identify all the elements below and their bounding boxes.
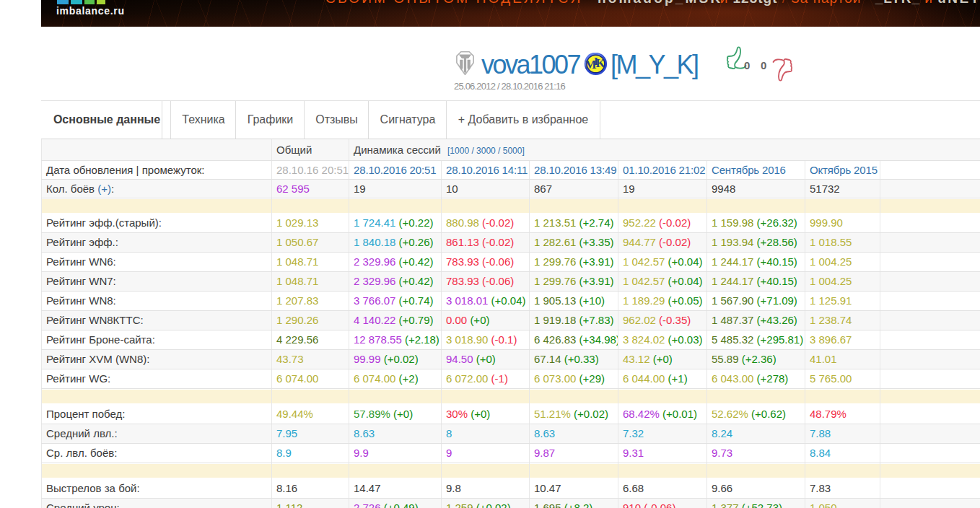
svg-text:I: I [594, 56, 598, 67]
